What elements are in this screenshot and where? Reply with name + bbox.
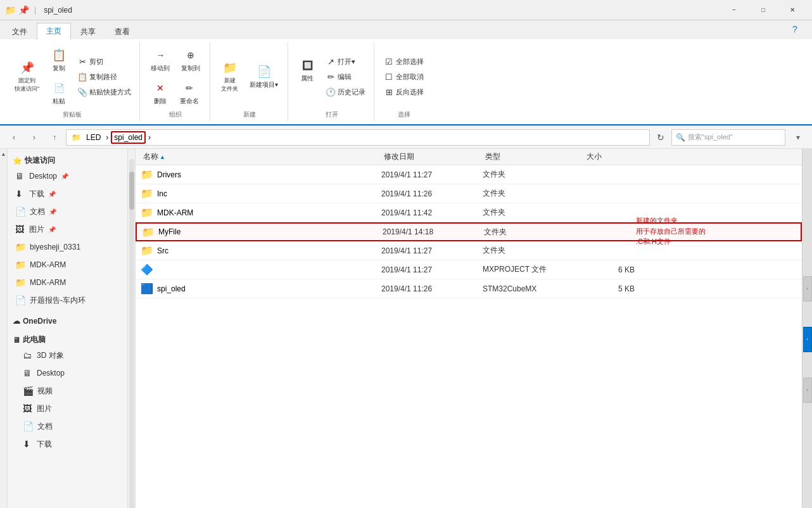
history-label: 历史记录: [338, 87, 365, 97]
sidebar-item-pc-desktop[interactable]: 🖥 Desktop: [8, 364, 127, 382]
search-icon: 🔍: [676, 133, 685, 142]
close-button[interactable]: ✕: [778, 0, 807, 20]
file-list-area: 名称 ▲ 修改日期 类型 大小 📁 Drivers 2019/4/1 11:27…: [136, 149, 802, 508]
new-folder-button[interactable]: 📁 新建文件夹: [217, 57, 243, 96]
maximize-button[interactable]: □: [749, 0, 778, 20]
src-name: Src: [157, 246, 168, 255]
sidebar-item-mdk-arm-2[interactable]: 📁 MDK-ARM: [8, 274, 127, 291]
tab-view[interactable]: 查看: [105, 23, 139, 40]
cut-button[interactable]: ✂ 剪切: [74, 54, 134, 68]
pin-button[interactable]: 📌 固定到快速访问": [10, 57, 44, 96]
sidebar-item-documents[interactable]: 📄 文档 📌: [8, 203, 127, 220]
right-expand-panel: › › ›: [802, 149, 812, 508]
search-box[interactable]: 🔍 搜索"spi_oled": [671, 129, 785, 146]
move-to-button[interactable]: → 移动到: [146, 44, 174, 76]
edit-button[interactable]: ✏ 编辑: [322, 70, 369, 84]
delete-button[interactable]: ✕ 删除: [148, 77, 173, 109]
file-row-src[interactable]: 📁 Src 2019/4/1 11:27 文件夹: [136, 241, 802, 260]
file-row-myfile[interactable]: 📁 MyFile 2019/4/1 14:18 文件夹: [136, 222, 802, 241]
copy-button[interactable]: 📋 复制: [46, 44, 72, 76]
paste-shortcut-icon: 📎: [77, 87, 87, 97]
col-header-name[interactable]: 名称 ▲: [141, 151, 381, 162]
expand-middle-button[interactable]: ›: [803, 327, 812, 352]
ribbon-help-button[interactable]: ?: [780, 19, 809, 39]
select-label: 选择: [398, 110, 410, 119]
expand-top-button[interactable]: ›: [803, 276, 812, 302]
sidebar-item-video[interactable]: 🎬 视频: [8, 382, 127, 400]
col-header-date[interactable]: 修改日期: [381, 151, 483, 162]
file-row-drivers[interactable]: 📁 Drivers 2019/4/1 11:27 文件夹: [136, 165, 802, 184]
paste-shortcut-button[interactable]: 📎 粘贴快捷方式: [74, 85, 134, 99]
tab-file[interactable]: 文件: [3, 23, 37, 40]
video-icon: 🎬: [23, 386, 34, 396]
sidebar-item-downloads[interactable]: ⬇ 下载 📌: [8, 185, 127, 203]
clipboard-label: 剪贴板: [63, 110, 82, 119]
folder-icon-myfile: 📁: [142, 226, 155, 238]
file-row-inc[interactable]: 📁 Inc 2019/4/1 11:26 文件夹: [136, 184, 802, 203]
mdk-arm-2-label: MDK-ARM: [30, 278, 66, 287]
inc-name: Inc: [157, 189, 167, 198]
tab-share[interactable]: 共享: [71, 23, 105, 40]
deselect-all-button[interactable]: ☐ 全部取消: [381, 70, 427, 84]
sidebar-item-biyesheji[interactable]: 📁 biyesheji_0331: [8, 238, 127, 256]
back-button[interactable]: ‹: [5, 129, 23, 146]
chevron-down-button[interactable]: ▾: [789, 129, 807, 146]
path-segment-led[interactable]: LED: [84, 132, 103, 143]
downloads-pin-icon[interactable]: 📌: [48, 191, 56, 198]
copy-to-label: 复制到: [181, 64, 200, 73]
new-label: 新建: [243, 110, 256, 119]
address-path[interactable]: 📁 LED › spi_oled ›: [66, 129, 650, 146]
open-icon: ↗: [326, 56, 336, 67]
tab-home[interactable]: 主页: [37, 23, 71, 40]
pc-downloads-label: 下载: [37, 439, 52, 450]
inc-type: 文件夹: [483, 188, 584, 199]
up-button[interactable]: ↑: [46, 129, 63, 146]
file-name-src: 📁 Src: [141, 244, 381, 257]
rename-button[interactable]: ✏ 重命名: [175, 77, 203, 109]
mdk-arm-date: 2019/4/1 11:42: [381, 208, 483, 217]
path-folder-icon: 📁: [72, 133, 81, 142]
scroll-up-arrow[interactable]: ▲: [0, 149, 8, 159]
file-row-spioled[interactable]: 🟦 spi_oled 2019/4/1 11:26 STM32CubeMX 5 …: [136, 279, 802, 298]
minimize-button[interactable]: −: [720, 0, 749, 20]
file-row-mdk-arm[interactable]: 📁 MDK-ARM 2019/4/1 11:42 文件夹: [136, 203, 802, 222]
sidebar-item-3d[interactable]: 🗂 3D 对象: [8, 346, 127, 364]
sidebar-item-pictures[interactable]: 🖼 图片 📌: [8, 220, 127, 238]
sidebar-section-onedrive[interactable]: ☁ OneDrive: [8, 313, 127, 327]
select-all-button[interactable]: ☑ 全部选择: [381, 54, 427, 68]
properties-icon: 🔲: [300, 58, 315, 73]
cut-label: 剪切: [89, 57, 103, 67]
file-row-mxproject[interactable]: 🔷 2019/4/1 11:27 MXPROJECT 文件 6 KB: [136, 260, 802, 279]
properties-button[interactable]: 🔲 属性: [295, 54, 320, 99]
pc-pictures-icon: 🖼: [23, 403, 33, 414]
forward-button[interactable]: ›: [25, 129, 43, 146]
ribbon-tabs: 文件 主页 共享 查看 ?: [0, 20, 812, 39]
sidebar-item-mdk-arm-1[interactable]: 📁 MDK-ARM: [8, 256, 127, 274]
col-header-type[interactable]: 类型: [483, 151, 584, 162]
folder-icon-drivers: 📁: [141, 168, 153, 181]
sidebar-section-quickaccess[interactable]: ⭐ 快速访问: [8, 151, 127, 167]
open-button[interactable]: ↗ 打开▾: [322, 54, 369, 68]
mdk-arm-1-icon: 📁: [15, 260, 26, 270]
invert-select-button[interactable]: ⊞ 反向选择: [381, 85, 427, 99]
sidebar-section-thispc[interactable]: 🖥 此电脑: [8, 331, 127, 346]
sidebar-item-kaiti[interactable]: 📄 开题报告-车内环: [8, 291, 127, 309]
new-item-button[interactable]: 📄 新建项目▾: [245, 61, 282, 92]
sidebar-item-desktop[interactable]: 🖥 Desktop 📌: [8, 167, 127, 185]
copy-to-button[interactable]: ⊕ 复制到: [177, 44, 205, 76]
ribbon-group-open: 🔲 属性 ↗ 打开▾ ✏ 编辑 🕐: [289, 42, 374, 122]
sidebar-item-pc-downloads[interactable]: ⬇ 下载: [8, 435, 127, 453]
quick-access-icon: 📌: [18, 5, 29, 15]
col-header-size[interactable]: 大小: [584, 151, 647, 162]
expand-bottom-button[interactable]: ›: [803, 378, 812, 403]
history-button[interactable]: 🕐 历史记录: [322, 85, 369, 99]
documents-pin-icon[interactable]: 📌: [49, 208, 56, 215]
path-segment-spi-oled[interactable]: spi_oled: [111, 131, 146, 144]
paste-button[interactable]: 📄 粘贴: [46, 77, 72, 109]
copy-path-button[interactable]: 📋 复制路径: [74, 70, 134, 84]
sidebar-item-pc-pictures[interactable]: 🖼 图片: [8, 400, 127, 417]
sidebar-item-pc-documents[interactable]: 📄 文档: [8, 417, 127, 435]
desktop-pin-icon[interactable]: 📌: [61, 173, 68, 180]
refresh-button[interactable]: ↻: [652, 129, 669, 146]
pictures-pin-icon[interactable]: 📌: [48, 226, 56, 233]
